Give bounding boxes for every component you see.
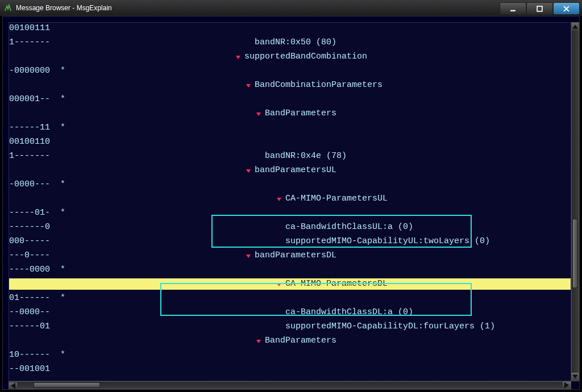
bits-cell: 01------ [9, 293, 60, 304]
marker: * [60, 94, 67, 105]
bits-cell: --001001 [9, 364, 60, 375]
marker: * [60, 65, 67, 77]
collapse-arrow-icon[interactable] [275, 281, 283, 289]
collapse-arrow-icon[interactable] [255, 337, 263, 345]
tree-row[interactable]: bandParametersUL [9, 165, 571, 176]
tree-row[interactable]: ------01supportedMIMO-CapabilityDL:fourL… [9, 321, 571, 332]
node-label: CA-MIMO-ParametersDL [285, 278, 388, 290]
maximize-button[interactable] [526, 2, 553, 15]
collapse-arrow-icon[interactable] [244, 252, 252, 260]
node-label: supportedBandCombination [244, 51, 367, 62]
node-label: bandNR:0x4e (78) [265, 151, 347, 162]
node-label: bandParametersDL [255, 250, 336, 261]
bits-cell: -----01- [9, 207, 60, 219]
bits-cell: 00100110 [9, 136, 60, 148]
tree-row[interactable]: --0000--ca-BandwidthClassDL:a (0) [9, 307, 571, 318]
tree-row[interactable]: --001001 [9, 364, 571, 375]
tree-row[interactable]: ---0----bandParametersDL [9, 250, 571, 261]
node-label: BandParameters [265, 335, 336, 347]
tree-row[interactable]: 00100111 [9, 23, 571, 34]
bits-cell: ----0000 [9, 264, 60, 276]
marker: * [60, 264, 67, 276]
window-controls [500, 2, 580, 14]
node-label: supportedMIMO-CapabilityDL:fourLayers (1… [285, 321, 495, 332]
minimize-button[interactable] [500, 2, 526, 15]
tree-row[interactable]: 10------* [9, 349, 571, 361]
hscroll-thumb[interactable] [34, 382, 100, 388]
marker: * [60, 122, 67, 134]
collapse-arrow-icon[interactable] [234, 53, 242, 61]
tree-row[interactable]: 01------* [9, 293, 571, 304]
window-title: Message Browser - MsgExplain [16, 4, 112, 12]
vscroll-thumb[interactable] [572, 219, 578, 288]
bits-cell: --0000-- [9, 307, 60, 318]
node-label: bandNR:0x50 (80) [255, 37, 336, 48]
tree-viewport[interactable]: 001001111-------bandNR:0x50 (80)supporte… [9, 22, 571, 381]
tree-row[interactable]: BandParameters [9, 335, 571, 347]
node-label: BandParameters [265, 108, 336, 119]
node-label: bandParametersUL [255, 165, 336, 176]
node-label: ca-BandwidthClassUL:a (0) [285, 222, 413, 233]
tree-row[interactable]: 00100110 [9, 136, 571, 148]
bits-cell: 00100111 [9, 23, 60, 34]
tree-row[interactable]: -0000---* [9, 179, 571, 190]
collapse-arrow-icon[interactable] [255, 110, 263, 118]
bits-cell: 1------- [9, 37, 60, 48]
app-icon [3, 3, 13, 12]
svg-rect-0 [510, 10, 516, 11]
bits-cell: 000001-- [9, 94, 60, 105]
tree-row[interactable]: supportedBandCombination [9, 51, 571, 62]
tree-row[interactable]: BandCombinationParameters [9, 80, 571, 91]
scroll-up-button[interactable] [572, 23, 579, 31]
bits-cell: ------01 [9, 321, 60, 332]
tree-row[interactable]: -------0ca-BandwidthClassUL:a (0) [9, 222, 571, 233]
bits-cell: 000----- [9, 236, 60, 247]
bits-cell: -0000000 [9, 65, 60, 77]
svg-rect-1 [537, 6, 542, 11]
marker: * [60, 293, 67, 304]
bits-cell: ---0---- [9, 250, 60, 261]
tree-row[interactable]: 000-----supportedMIMO-CapabilityUL:twoLa… [9, 236, 571, 247]
hscroll-track[interactable] [17, 382, 563, 389]
scroll-right-button[interactable] [563, 382, 571, 389]
bits-cell: 10------ [9, 349, 60, 361]
horizontal-scrollbar[interactable] [9, 381, 571, 389]
bits-cell: -------0 [9, 222, 60, 233]
tree-row[interactable]: -----01-* [9, 207, 571, 219]
node-label: BandCombinationParameters [255, 80, 383, 91]
tree-row[interactable]: CA-MIMO-ParametersDL [9, 278, 571, 290]
app-window: Message Browser - MsgExplain 001001111--… [0, 0, 582, 392]
tree-row[interactable]: 000001--* [9, 94, 571, 105]
marker: * [60, 207, 67, 219]
node-label: CA-MIMO-ParametersUL [285, 193, 388, 205]
marker: * [60, 179, 67, 190]
collapse-arrow-icon[interactable] [244, 82, 252, 90]
marker: * [60, 349, 67, 361]
bits-cell: ------11 [9, 122, 60, 134]
collapse-arrow-icon[interactable] [275, 195, 283, 203]
tree-content: 001001111-------bandNR:0x50 (80)supporte… [9, 23, 571, 380]
collapse-arrow-icon[interactable] [244, 167, 252, 175]
tree-row[interactable]: 1-------bandNR:0x50 (80) [9, 37, 571, 48]
tree-row[interactable]: 1-------bandNR:0x4e (78) [9, 151, 571, 162]
tree-row[interactable]: ------11* [9, 122, 571, 134]
vscroll-track[interactable] [572, 31, 579, 373]
scroll-down-button[interactable] [572, 373, 579, 381]
tree-row[interactable]: -0000000* [9, 65, 571, 77]
titlebar[interactable]: Message Browser - MsgExplain [0, 0, 582, 16]
node-label: ca-BandwidthClassDL:a (0) [285, 307, 413, 318]
bits-cell: 1------- [9, 151, 60, 162]
tree-row[interactable]: ----0000* [9, 264, 571, 276]
close-button[interactable] [553, 2, 580, 15]
tree-row[interactable]: CA-MIMO-ParametersUL [9, 193, 571, 205]
scroll-left-button[interactable] [9, 382, 17, 389]
vertical-scrollbar[interactable] [571, 22, 579, 381]
tree-row[interactable]: BandParameters [9, 108, 571, 119]
node-label: supportedMIMO-CapabilityUL:twoLayers (0) [285, 236, 490, 247]
client-area: 001001111-------bandNR:0x50 (80)supporte… [2, 16, 580, 390]
bits-cell: -0000--- [9, 179, 60, 190]
